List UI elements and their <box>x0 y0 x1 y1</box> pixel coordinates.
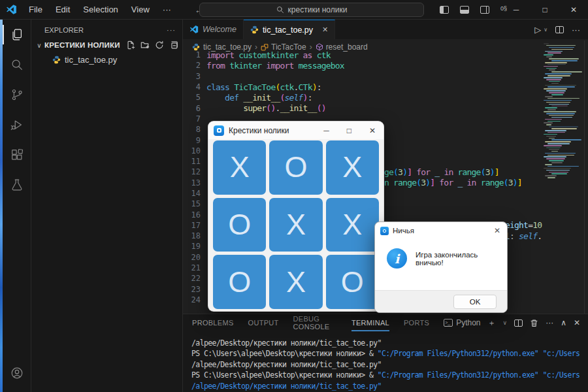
game-title-bar[interactable]: Крестики нолики ─ □ ✕ <box>208 122 384 139</box>
explorer-more-icon[interactable]: ··· <box>167 26 176 34</box>
run-debug-icon <box>10 118 24 132</box>
run-button[interactable]: ▷ <box>534 25 541 35</box>
menu-item[interactable]: View <box>126 3 155 16</box>
panel-close-icon[interactable]: ✕ <box>574 318 580 327</box>
new-file-icon[interactable] <box>126 41 135 50</box>
tab-tic-tac-toe[interactable]: tic_tac_toe.py ✕ <box>244 20 335 39</box>
run-dropdown-icon[interactable]: ∨ <box>544 27 547 33</box>
line-number: 3 <box>183 72 206 81</box>
activity-run-debug[interactable] <box>3 110 31 140</box>
toggle-secondary-sidebar-icon[interactable] <box>480 6 489 14</box>
code-fragment: n range(3)] for _ in range(3)] <box>384 178 522 188</box>
menu-item[interactable]: File <box>24 3 48 16</box>
line-number: 19 <box>183 242 206 251</box>
game-close-button[interactable]: ✕ <box>369 126 376 135</box>
terminal-dropdown-icon[interactable]: ∨ <box>503 319 508 326</box>
menu-bar: FileEditSelectionView··· <box>24 3 176 16</box>
draw-dialog: Ничья ✕ i Игра закончилась вничью! OK <box>374 221 508 313</box>
menu-item[interactable]: ··· <box>157 3 176 16</box>
search-value: крестики нолики <box>288 5 348 14</box>
terminal-output: /alpee/Desktop/крестики нолики/tic_tac_t… <box>183 331 588 391</box>
panel-more-icon[interactable]: ··· <box>546 318 553 327</box>
file-row-tic-tac-toe[interactable]: tic_tac_toe.py <box>31 52 182 67</box>
board-cell-1-0[interactable]: O <box>213 198 266 252</box>
tab-welcome[interactable]: Welcome <box>183 20 244 39</box>
refresh-icon[interactable] <box>155 41 164 50</box>
terminal-profile[interactable]: >_Python <box>444 318 480 327</box>
line-number: 4 <box>183 82 206 91</box>
vscode-window: FileEditSelectionView··· ← → крестики но… <box>0 0 588 392</box>
panel-tab-debug-console[interactable]: DEBUG CONSOLE <box>293 314 337 331</box>
activity-testing[interactable] <box>3 170 31 200</box>
new-terminal-icon[interactable]: ＋ <box>488 318 496 329</box>
line-number: 22 <box>183 274 206 283</box>
minimap-border <box>584 41 585 333</box>
minimap[interactable] <box>542 43 584 310</box>
window-minimize-button[interactable]: ─ <box>502 0 531 20</box>
tab-label: tic_tac_toe.py <box>263 25 313 35</box>
panel-tab-ports[interactable]: PORTS <box>404 314 429 331</box>
line-number: 5 <box>183 93 206 102</box>
toggle-panel-icon[interactable] <box>460 6 469 14</box>
menu-item[interactable]: Edit <box>50 3 75 16</box>
activity-account[interactable] <box>3 358 31 388</box>
window-close-button[interactable]: ✕ <box>559 0 588 20</box>
terminal-line: /alpee/Desktop/крестики нолики/tic_tac_t… <box>191 381 588 391</box>
folder-row[interactable]: ∨ КРЕСТИКИ НОЛИКИ <box>31 38 182 52</box>
panel-tab-terminal[interactable]: TERMINAL <box>351 314 389 331</box>
dialog-message: Игра закончилась вничью! <box>416 251 499 267</box>
dialog-title: Ничья <box>393 227 414 235</box>
bottom-panel: PROBLEMSOUTPUTDEBUG CONSOLETERMINALPORTS… <box>183 314 588 392</box>
activity-search[interactable] <box>3 50 31 80</box>
search-icon <box>10 57 24 72</box>
activity-explorer[interactable] <box>3 20 31 50</box>
line-number: 21 <box>183 263 206 272</box>
command-center-search[interactable]: крестики нолики <box>199 3 424 17</box>
dialog-close-icon[interactable]: ✕ <box>494 226 500 235</box>
panel-tab-problems[interactable]: PROBLEMS <box>192 314 234 331</box>
collapse-all-icon[interactable] <box>169 41 178 50</box>
editor-more-icon[interactable]: ··· <box>572 25 580 35</box>
board-cell-2-1[interactable]: X <box>269 255 322 309</box>
activity-extensions[interactable] <box>3 140 31 170</box>
board-cell-0-1[interactable]: O <box>269 140 322 195</box>
menu-item[interactable]: Selection <box>78 3 123 16</box>
new-folder-icon[interactable] <box>140 41 150 50</box>
tab-label: Welcome <box>203 25 237 34</box>
dialog-title-bar[interactable]: Ничья ✕ <box>375 222 507 239</box>
code-fragment: ge(3)] for _ in range(3)] <box>384 167 499 177</box>
chevron-down-icon: ∨ <box>34 42 44 49</box>
line-number: 9 <box>183 136 206 145</box>
board-cell-2-0[interactable]: O <box>213 255 266 309</box>
board-cell-1-2[interactable]: X <box>326 198 379 252</box>
panel-maximize-icon[interactable]: ∧ <box>561 318 566 327</box>
window-maximize-button[interactable]: □ <box>531 0 559 20</box>
split-terminal-icon[interactable] <box>514 319 523 327</box>
game-maximize-button[interactable]: □ <box>347 126 351 135</box>
ok-button[interactable]: OK <box>453 295 497 309</box>
activity-source-control[interactable] <box>3 80 31 110</box>
board-cell-0-0[interactable]: X <box>213 140 266 195</box>
panel-tab-output[interactable]: OUTPUT <box>248 314 279 331</box>
code-fragment: eight=10 <box>505 220 542 231</box>
line-number: 17 <box>183 221 206 230</box>
toggle-sidebar-icon[interactable] <box>440 6 449 14</box>
terminal-line: PS C:\Users\alpee\Desktop\крестики нолик… <box>191 348 588 359</box>
tab-close-icon[interactable]: ✕ <box>322 25 328 34</box>
terminal-line: PS C:\Users\alpee\Desktop\крестики нолик… <box>191 370 588 380</box>
files-icon <box>10 27 24 42</box>
split-editor-icon[interactable] <box>555 26 564 33</box>
tictactoe-board: XOXOXXOXO <box>208 139 384 312</box>
extensions-icon <box>10 148 24 162</box>
board-cell-1-1[interactable]: X <box>269 198 322 252</box>
board-cell-0-2[interactable]: X <box>326 140 379 195</box>
board-cell-2-2[interactable]: O <box>326 255 379 309</box>
vscode-logo-icon <box>189 25 199 34</box>
line-number: 18 <box>183 231 206 240</box>
line-number: 15 <box>183 199 206 208</box>
game-title: Крестики нолики <box>229 126 289 135</box>
code-line: 6 super().__init__() <box>183 103 542 113</box>
line-number: 20 <box>183 253 206 262</box>
kill-terminal-icon[interactable] <box>530 319 538 327</box>
game-minimize-button[interactable]: ─ <box>323 126 329 135</box>
